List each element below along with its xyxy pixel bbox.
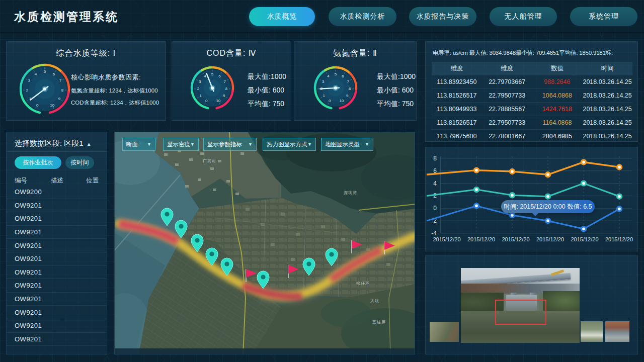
column-header: 维度: [482, 64, 532, 73]
nav-tab-5[interactable]: 系统管理: [570, 7, 637, 26]
list-item[interactable]: OW9201: [7, 239, 107, 252]
divider: [7, 151, 107, 152]
app-title: 水质检测管理系统: [14, 9, 119, 25]
column-header: 维度: [432, 64, 482, 73]
photo-thumbnail[interactable]: [605, 321, 629, 342]
map-filter-dropdown[interactable]: 热力图显示方式▼: [263, 138, 316, 151]
cell: 22.78001667: [482, 133, 532, 140]
column-header: 数值: [532, 64, 583, 73]
cell: 22.78885567: [482, 106, 532, 113]
svg-text:9: 9: [58, 97, 61, 101]
table-row[interactable]: 113.8152651722.795077331164.08682018.03.…: [432, 116, 632, 129]
chevron-down-icon: ▼: [248, 142, 253, 147]
list-column-header: 位置: [86, 176, 99, 185]
nav-tab-2[interactable]: 水质检测分析: [329, 7, 396, 26]
svg-text:2015/12/20: 2015/12/20: [571, 236, 598, 242]
list-item[interactable]: OW9201: [7, 279, 107, 293]
photo-annotation-box: [495, 300, 546, 325]
list-column-header: 编号: [15, 176, 27, 185]
gauge-stats: 最大值:1000最小值: 600平均值: 750: [248, 70, 286, 111]
cell: 22.79703667: [482, 78, 532, 85]
map-place-label: 松仔环: [356, 281, 370, 286]
table-row[interactable]: 113.7967560022.780016672804.69852018.03.…: [432, 129, 632, 143]
list-item[interactable]: OW9201: [7, 266, 107, 280]
stat-line: 最小值: 600: [248, 83, 286, 97]
table-row[interactable]: 113.8152651722.795077331064.08682018.03.…: [432, 88, 632, 102]
photo-thumbnail[interactable]: [430, 322, 459, 342]
svg-text:6: 6: [342, 74, 344, 78]
conductivity-summary: 电导率: us/cm 最大值: 3034.9848最小值: 709.4851平均…: [433, 49, 613, 57]
svg-text:7: 7: [223, 79, 226, 84]
svg-text:2015/12/20: 2015/12/20: [502, 236, 529, 242]
cell: 113.80949933: [432, 106, 482, 113]
cell: 113.81526517: [432, 119, 482, 126]
map-panel[interactable]: 断面▼显示密度▼显示参数指标▼热力图显示方式▼地图显示类型▼ 广高村深坑湾松仔环…: [114, 132, 415, 354]
svg-text:8: 8: [433, 155, 437, 162]
list-item[interactable]: OW9201: [7, 252, 107, 266]
chart-line-orange: [427, 162, 619, 174]
value-cell: 1424.7618: [532, 106, 583, 113]
svg-text:3: 3: [199, 79, 201, 84]
stat-line: 平均值: 750: [377, 97, 416, 111]
nav-tab-3[interactable]: 水质报告与决策: [409, 7, 476, 26]
gauge-overall: 012345678910: [19, 63, 71, 115]
list-item[interactable]: OW9201: [7, 319, 107, 333]
stat-line: 平均值: 750: [248, 97, 286, 111]
list-item[interactable]: OW9201: [7, 199, 107, 213]
svg-text:10: 10: [216, 99, 220, 103]
svg-text:2015/12/20: 2015/12/20: [433, 236, 460, 242]
section-filter-button[interactable]: 按作业批次: [15, 156, 61, 169]
svg-text:4: 4: [35, 72, 37, 76]
cell: 2018.03.26.14.25: [582, 78, 632, 85]
stat-line: 最大值:1000: [248, 70, 286, 83]
panel-ammonia: 氨氮含量: Ⅱ 012345678910 最大值:1000最小值: 600平均值…: [294, 41, 417, 121]
map-filter-dropdown[interactable]: 地图显示类型▼: [321, 138, 373, 151]
collapse-arrow-icon[interactable]: ▲: [87, 141, 92, 147]
panel-photos: [425, 255, 638, 354]
table-row[interactable]: 113.8094993322.788855671424.76182018.03.…: [432, 102, 632, 116]
panel-data-sections: 选择数据区段: 区段1▲ 按作业批次按时间 编号描述位置 OW9200OW920…: [6, 132, 107, 354]
gauge-ammonia: 012345678910: [312, 65, 359, 111]
value-cell: 988.2646: [532, 78, 583, 85]
value-cell: 1164.0868: [532, 119, 583, 126]
map-filter-dropdown[interactable]: 断面▼: [122, 138, 155, 151]
map-filter-dropdown[interactable]: 显示密度▼: [163, 138, 199, 151]
chevron-down-icon: ▼: [190, 142, 195, 147]
chevron-down-icon: ▼: [307, 142, 312, 147]
nav-tab-4[interactable]: 无人船管理: [490, 7, 557, 26]
list-item[interactable]: OW9201: [7, 333, 107, 346]
section-filter-button[interactable]: 按时间: [65, 156, 94, 169]
svg-text:7: 7: [347, 79, 349, 84]
svg-text:8: 8: [225, 86, 228, 91]
section-table: OW9200OW9201OW9201OW9201OW9201OW9201OW92…: [7, 186, 107, 346]
map-filter-dropdown[interactable]: 显示参数指标▼: [203, 138, 257, 151]
list-item[interactable]: OW9200: [7, 186, 107, 199]
conductivity-table: 维度维度数值时间113.8392345022.79703667988.26462…: [432, 62, 632, 143]
list-item[interactable]: OW9201: [7, 306, 107, 319]
photo-thumbnail[interactable]: [581, 321, 603, 342]
list-item[interactable]: OW9201: [7, 226, 107, 239]
header: 水质检测管理系统 水质概览水质检测分析水质报告与决策无人船管理系统管理: [0, 0, 644, 33]
list-item[interactable]: OW9201: [7, 212, 107, 226]
panel-title: 综合水质等级: Ⅰ: [7, 48, 166, 59]
section-select-title[interactable]: 选择数据区段: 区段1▲: [15, 139, 92, 148]
svg-text:6: 6: [53, 72, 55, 76]
cell: 2018.03.26.14.25: [582, 119, 632, 126]
svg-text:9: 9: [223, 94, 225, 98]
chevron-down-icon: ▼: [147, 142, 151, 147]
svg-text:5: 5: [211, 72, 214, 76]
list-item[interactable]: OW9201: [7, 293, 107, 306]
panel-overall-quality: 综合水质等级: Ⅰ 012345678910 核心影响水质参数因素: 氨氮含量超…: [6, 41, 166, 121]
photo-main[interactable]: [461, 268, 580, 343]
svg-text:2015/12/20: 2015/12/20: [536, 236, 564, 242]
value-cell: 2804.6985: [532, 133, 583, 140]
svg-text:5: 5: [44, 69, 46, 74]
table-header-row: 维度维度数值时间: [432, 62, 632, 75]
value-cell: 1064.0868: [532, 92, 583, 99]
panel-trend-chart: 86420-2-42015/12/202015/12/202015/12/202…: [425, 147, 638, 251]
table-row[interactable]: 113.8392345022.79703667988.26462018.03.2…: [432, 75, 632, 88]
satellite-map[interactable]: [115, 132, 415, 354]
chart-tooltip: 时间: 2015/12/20 0:00 数值: 6.5: [501, 200, 595, 213]
nav-tab-1[interactable]: 水质概览: [249, 7, 315, 26]
svg-text:2015/12/20: 2015/12/20: [467, 236, 495, 242]
